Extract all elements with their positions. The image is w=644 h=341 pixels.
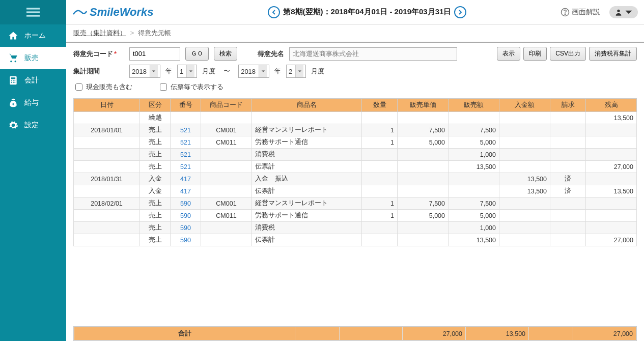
cell-no[interactable]: 590 (171, 222, 201, 234)
nav-home[interactable]: ホーム (0, 24, 66, 47)
cell-sales: 1,000 (449, 222, 499, 234)
nav-label: 給与 (24, 98, 39, 107)
cell-no[interactable]: 590 (171, 234, 201, 246)
cell-no[interactable]: 521 (171, 124, 201, 136)
yen-bag-icon: ¥ (8, 98, 18, 108)
period-prev-button[interactable] (268, 6, 280, 18)
col-type[interactable]: 区分 (140, 99, 171, 112)
per-slip-checkbox[interactable]: 伝票毎で表示する (158, 82, 223, 92)
display-button[interactable]: 表示 (497, 47, 520, 61)
search-button[interactable]: 検索 (214, 47, 237, 61)
year-from-select[interactable]: 2018 (129, 65, 160, 78)
cash-sales-checkbox[interactable]: 現金販売も含む (73, 82, 132, 92)
code-label: 得意先コード* (73, 49, 124, 59)
cell-no[interactable]: 417 (171, 173, 201, 185)
cell-bill (550, 222, 586, 234)
col-pcode[interactable]: 商品コード (201, 99, 252, 112)
cell-unit: 7,500 (398, 124, 449, 136)
month-from-select[interactable]: 1 (177, 65, 197, 78)
col-unit[interactable]: 販売単価 (398, 99, 449, 112)
filter-panel: 得意先コード* ＧＯ 検索 得意先名 表示 印刷 CSV出力 消費税再集計 集計… (66, 43, 644, 98)
cell-balance: 13,500 (586, 112, 637, 124)
table-row: 売上590伝票計13,50027,000 (74, 234, 637, 246)
help-link[interactable]: 画面解説 (561, 8, 600, 17)
month-to-select[interactable]: 2 (286, 65, 306, 78)
cell-pcode (201, 173, 252, 185)
period-selector: 第8期(翌期)：2018年04月01日 - 2019年03月31日 (178, 6, 556, 18)
cell-bill: 済 (550, 173, 586, 185)
cell-sales: 13,500 (449, 234, 499, 246)
cell-sales: 5,000 (449, 210, 499, 222)
col-sales[interactable]: 販売額 (449, 99, 499, 112)
cell-bill (550, 124, 586, 136)
user-menu-button[interactable] (609, 6, 638, 18)
col-deposit[interactable]: 入金額 (499, 99, 550, 112)
customer-code-input[interactable] (129, 47, 180, 61)
cell-no[interactable]: 521 (171, 136, 201, 149)
col-qty[interactable]: 数量 (362, 99, 398, 112)
per-slip-input[interactable] (160, 83, 167, 91)
cell-sales (449, 173, 499, 185)
cell-pcode: CM011 (201, 136, 252, 149)
cell-sales: 1,000 (449, 149, 499, 161)
footer-label: 合計 (74, 327, 295, 340)
period-text: 第8期(翌期)：2018年04月01日 - 2019年03月31日 (283, 7, 451, 17)
cell-no[interactable]: 417 (171, 185, 201, 197)
footer-totals: 合計 27,000 13,500 27,000 (73, 326, 637, 341)
cell-qty (362, 185, 398, 197)
brand-text: SmileWorks (90, 6, 154, 19)
nav-sales[interactable]: 販売 (0, 47, 66, 69)
cell-balance (586, 149, 637, 161)
cell-no[interactable]: 590 (171, 197, 201, 210)
cell-type: 売上 (140, 161, 171, 173)
cell-unit (398, 149, 449, 161)
cell-date (74, 161, 140, 173)
menu-toggle[interactable] (0, 0, 66, 24)
cell-unit (398, 173, 449, 185)
col-no[interactable]: 番号 (171, 99, 201, 112)
cell-no[interactable]: 590 (171, 210, 201, 222)
tax-recalc-button[interactable]: 消費税再集計 (589, 47, 637, 61)
go-button[interactable]: ＧＯ (185, 47, 209, 61)
breadcrumb-parent[interactable]: 販売（集計資料） (73, 29, 126, 37)
footer-balance: 27,000 (573, 327, 636, 340)
col-date[interactable]: 日付 (74, 99, 140, 112)
svg-rect-0 (26, 8, 40, 9)
footer-sales: 27,000 (402, 327, 465, 340)
period-next-button[interactable] (454, 6, 466, 18)
topbar: SmileWorks 第8期(翌期)：2018年04月01日 - 2019年03… (66, 0, 644, 24)
cell-no[interactable]: 521 (171, 161, 201, 173)
nav-settings[interactable]: 設定 (0, 114, 66, 136)
cell-deposit (499, 234, 550, 246)
col-bill[interactable]: 請求 (550, 99, 586, 112)
svg-point-5 (11, 80, 12, 81)
cell-deposit (499, 197, 550, 210)
cell-sales: 7,500 (449, 197, 499, 210)
customer-name-input[interactable] (289, 47, 457, 61)
cell-balance: 13,500 (586, 185, 637, 197)
cell-no[interactable]: 521 (171, 149, 201, 161)
cell-deposit (499, 210, 550, 222)
month-unit2: 月度 (311, 67, 324, 76)
print-button[interactable]: 印刷 (523, 47, 547, 61)
cell-qty (362, 222, 398, 234)
cell-bill (550, 210, 586, 222)
cell-unit (398, 112, 449, 124)
logo[interactable]: SmileWorks (72, 6, 154, 19)
cell-unit: 7,500 (398, 197, 449, 210)
cell-type: 入金 (140, 173, 171, 185)
user-icon (614, 8, 623, 16)
dropdown-caret-icon (625, 8, 633, 16)
nav-accounting[interactable]: 会計 (0, 69, 66, 92)
col-balance[interactable]: 残高 (586, 99, 637, 112)
cell-unit (398, 234, 449, 246)
csv-export-button[interactable]: CSV出力 (550, 47, 586, 61)
cell-pname: 経営マンスリーレポート (252, 124, 362, 136)
breadcrumb-current: 得意先元帳 (138, 29, 171, 37)
nav-payroll[interactable]: ¥ 給与 (0, 92, 66, 114)
cell-sales (449, 112, 499, 124)
col-pname[interactable]: 商品名 (252, 99, 362, 112)
year-to-select[interactable]: 2018 (238, 65, 269, 78)
cell-pname: 伝票計 (252, 161, 362, 173)
cash-sales-input[interactable] (75, 83, 82, 91)
